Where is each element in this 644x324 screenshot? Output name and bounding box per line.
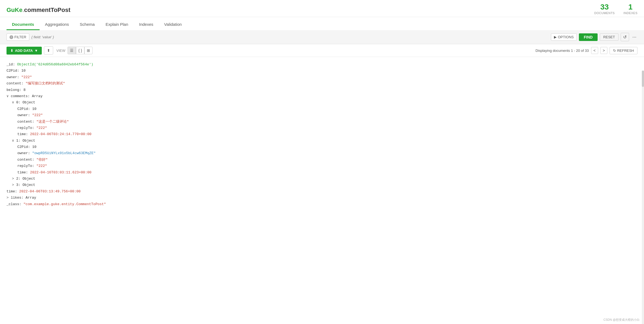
obj0-content-key: content: — [17, 120, 34, 124]
likes-toggle[interactable]: > — [7, 196, 9, 200]
obj0-time: time: 2022-04-06T03:24:14.770+00:00 — [7, 131, 637, 137]
time-key: time: — [7, 189, 17, 193]
reset-button[interactable]: RESET — [600, 33, 619, 41]
likes-type: Array — [25, 196, 36, 200]
document-record: _id: ObjectId('624d056d08a6042eb64f564e'… — [7, 61, 637, 207]
field-owner: owner: "222" — [7, 74, 637, 80]
class-val: "com.example.guke.entity.CommentToPost" — [23, 202, 106, 206]
obj1-replyto-val: "222" — [36, 164, 47, 168]
view-label: VIEW — [56, 49, 65, 53]
obj2-header: > 2: Object — [7, 176, 637, 182]
table-view-button[interactable]: ⊞ — [84, 47, 93, 54]
refresh-label: REFRESH — [617, 49, 634, 53]
clock-icon: ↺ — [623, 34, 627, 40]
stats-area: 33 DOCUMENTS 1 INDEXES — [594, 3, 637, 15]
more-options-button[interactable]: ··· — [631, 34, 637, 40]
obj0-toggle[interactable]: ∨ — [12, 100, 14, 104]
options-label: OPTIONS — [558, 35, 574, 39]
obj1-content-key: content: — [17, 158, 34, 162]
field-comments: ∨ comments: Array — [7, 93, 637, 99]
options-button[interactable]: ▶ OPTIONS — [551, 33, 577, 41]
field-time: time: 2022-04-06T03:13:49.756+00:00 — [7, 188, 637, 195]
toolbar-left: ⬇ ADD DATA ▼ ⬆ VIEW ☰ { } ⊞ — [7, 46, 93, 55]
obj0-content-val: "这是一个二级评论" — [36, 120, 69, 124]
comments-toggle[interactable]: ∨ — [7, 94, 9, 98]
obj1-header: ∨ 1: Object — [7, 138, 637, 144]
add-data-button[interactable]: ⬇ ADD DATA ▼ — [7, 47, 42, 55]
obj3-header: > 3: Object — [7, 182, 637, 188]
tab-aggregations[interactable]: Aggregations — [40, 19, 74, 30]
toolbar-right: Displaying documents 1 - 20 of 33 < > ↻ … — [535, 47, 637, 54]
history-button[interactable]: ↺ — [621, 33, 629, 41]
scrollbar-track[interactable] — [642, 71, 644, 212]
obj3-toggle[interactable]: > — [12, 183, 14, 187]
tab-indexes[interactable]: Indexes — [134, 19, 159, 30]
app-header: GuKe . commentToPost 33 DOCUMENTS 1 INDE… — [0, 0, 644, 17]
tab-validation[interactable]: Validation — [159, 19, 187, 30]
obj1-owner: owner: "owpRD5UiNYLx91o5bL4cw63EMqZE" — [7, 150, 637, 156]
comments-type: Array — [32, 94, 43, 98]
obj1-c2pid: C2Pid: 10 — [7, 144, 637, 150]
title-prefix: GuKe — [7, 7, 23, 14]
obj2-toggle[interactable]: > — [12, 177, 14, 181]
collection-title: GuKe . commentToPost — [7, 7, 71, 14]
tab-schema[interactable]: Schema — [74, 19, 100, 30]
field-class: _class: "com.example.guke.entity.Comment… — [7, 201, 637, 207]
c2pid-val: 10 — [21, 69, 26, 73]
indexes-label: INDEXES — [623, 11, 637, 15]
refresh-button[interactable]: ↻ REFRESH — [610, 47, 637, 54]
obj1-time-key: time: — [17, 170, 28, 174]
obj1-toggle[interactable]: ∨ — [12, 139, 14, 143]
field-content: content: "编写接口文档时的测试" — [7, 80, 637, 87]
time-val: 2022-04-06T03:13:49.756+00:00 — [19, 189, 81, 193]
field-likes: > likes: Array — [7, 195, 637, 201]
filter-bar: i FILTER ▶ OPTIONS FIND RESET ↺ ··· — [0, 30, 644, 44]
obj0-header: ∨ 0: Object — [7, 99, 637, 106]
id-key: _id: — [7, 62, 15, 66]
obj0-owner: owner: "222" — [7, 112, 637, 118]
documents-area: _id: ObjectId('624d056d08a6042eb64f564e'… — [0, 57, 644, 212]
list-view-button[interactable]: ☰ — [68, 47, 76, 54]
indexes-count: 1 — [623, 3, 637, 11]
add-data-label: ADD DATA — [15, 49, 33, 53]
documents-count: 33 — [594, 3, 615, 11]
content-key: content: — [7, 81, 23, 85]
class-key: _class: — [7, 202, 21, 206]
export-icon: ⬆ — [47, 48, 50, 53]
json-view-button[interactable]: { } — [76, 47, 84, 54]
scrollbar-thumb[interactable] — [642, 71, 644, 87]
prev-page-button[interactable]: < — [591, 47, 598, 54]
belong-val: 8 — [23, 88, 25, 92]
field-id: _id: ObjectId('624d056d08a6042eb64f564e'… — [7, 61, 637, 68]
next-page-button[interactable]: > — [600, 47, 607, 54]
obj0-time-key: time: — [17, 132, 28, 136]
obj3-type: Object — [23, 183, 35, 187]
obj0-content: content: "这是一个二级评论" — [7, 119, 637, 125]
obj1-content-val: "你好" — [36, 158, 48, 162]
owner-key: owner: — [7, 75, 19, 79]
obj0-replyto-val: "222" — [36, 126, 47, 130]
obj1-time-val: 2022-04-16T03:03:11.623+00:00 — [30, 170, 91, 174]
obj0-time-val: 2022-04-06T03:24:14.770+00:00 — [30, 132, 91, 136]
c2pid-key: C2Pid: — [7, 69, 19, 73]
id-val: ObjectId('624d056d08a6042eb64f564e') — [17, 62, 93, 66]
obj1-c2pid-key: C2Pid: — [17, 145, 30, 149]
info-icon: i — [9, 35, 13, 39]
chevron-right-icon: ▶ — [554, 35, 557, 39]
documents-toolbar: ⬇ ADD DATA ▼ ⬆ VIEW ☰ { } ⊞ Displaying d… — [0, 44, 644, 57]
filter-input[interactable] — [31, 35, 549, 39]
find-button[interactable]: FIND — [579, 33, 598, 41]
filter-button[interactable]: i FILTER — [7, 33, 29, 41]
filter-label: FILTER — [14, 35, 26, 39]
obj1-content: content: "你好" — [7, 157, 637, 163]
obj0-c2pid-key: C2Pid: — [17, 107, 30, 111]
tab-documents[interactable]: Documents — [7, 19, 40, 30]
obj0-key: 0: — [16, 100, 21, 104]
obj1-time: time: 2022-04-16T03:03:11.623+00:00 — [7, 169, 637, 176]
export-button[interactable]: ⬆ — [44, 46, 53, 55]
content-val: "编写接口文档时的测试" — [25, 81, 65, 85]
owner-val: "222" — [21, 75, 32, 79]
download-icon: ⬇ — [10, 49, 13, 53]
obj2-type: Object — [23, 177, 35, 181]
tab-explain-plan[interactable]: Explain Plan — [100, 19, 133, 30]
